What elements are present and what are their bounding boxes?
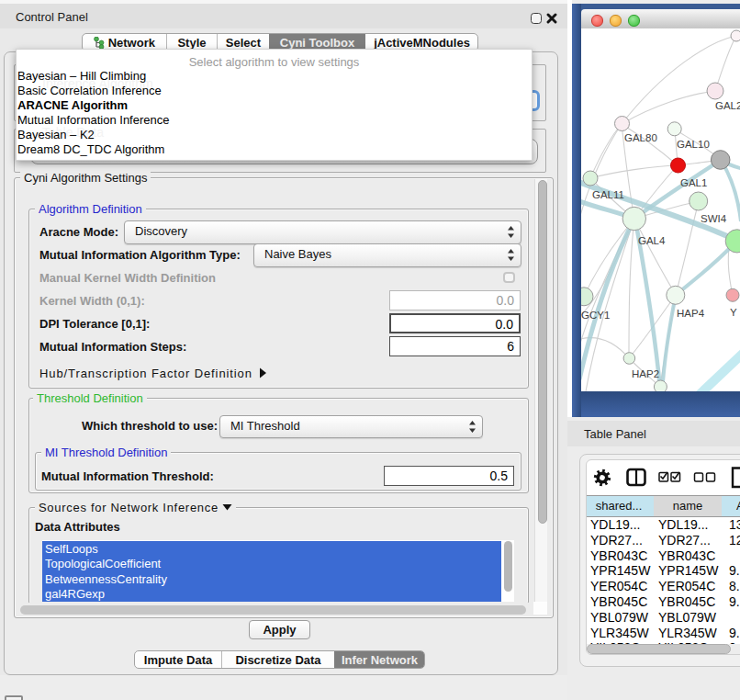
svg-text:HAP2: HAP2 — [632, 368, 659, 379]
svg-text:GCY1: GCY1 — [581, 310, 610, 321]
svg-text:SWI4: SWI4 — [701, 213, 727, 224]
svg-text:GAL4: GAL4 — [638, 235, 666, 246]
svg-text:GAL2: GAL2 — [715, 100, 740, 111]
svg-text:GAL1: GAL1 — [680, 177, 707, 188]
svg-text:Y: Y — [730, 307, 737, 318]
svg-text:GAL10: GAL10 — [677, 139, 710, 150]
svg-text:GAL11: GAL11 — [592, 189, 624, 200]
svg-text:GAL80: GAL80 — [624, 132, 657, 143]
svg-text:HAP4: HAP4 — [677, 308, 705, 319]
